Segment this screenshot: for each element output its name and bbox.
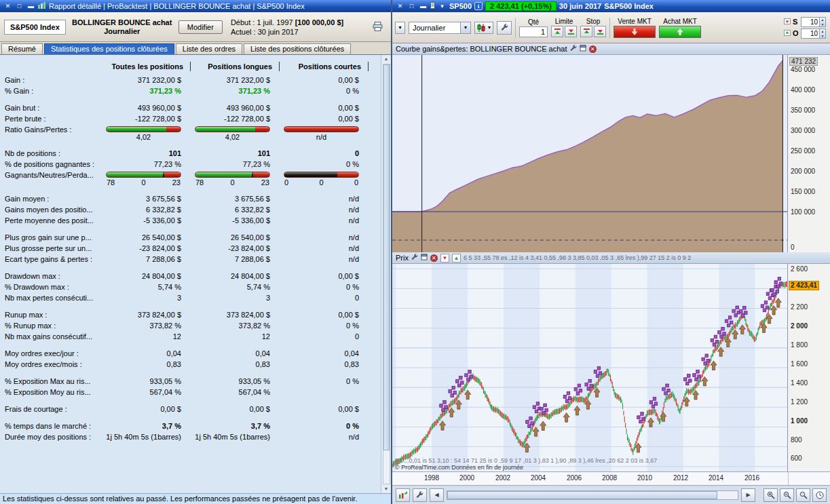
stop-distance-input[interactable] <box>801 18 819 26</box>
stop-distance-stepper[interactable]: ▲▼ <box>801 17 826 27</box>
stat-value-long: 5,74 % <box>191 282 280 292</box>
stat-value-short: 0 <box>280 331 369 342</box>
table-scrollbar[interactable]: ▲ ▼ <box>381 55 391 493</box>
scroll-down-icon[interactable]: ▼ <box>384 485 389 493</box>
stat-value-short: n/d <box>280 215 369 226</box>
wrench-icon[interactable] <box>497 21 512 35</box>
stat-value-all: 373 824,00 $ <box>102 309 191 320</box>
stat-row: Nb max gains consécutif... 12 12 0 <box>0 331 381 342</box>
quick-trade-icon[interactable] <box>396 488 410 502</box>
chevron-down-icon[interactable]: ▾ <box>395 22 405 34</box>
price-chart[interactable]: PO...0,01 is 51 3,10 : 54 14 71 25 is 0 … <box>392 264 788 471</box>
symbol[interactable]: SP500 <box>449 2 472 10</box>
detach-icon[interactable] <box>421 254 428 262</box>
objective-distance-stepper[interactable]: ▲▼ <box>801 28 826 39</box>
quote-date: 30 juin 2017 <box>559 2 601 10</box>
stat-row: Drawdown max : 24 804,00 $ 24 804,00 $ 0… <box>0 271 381 282</box>
close-panel-icon[interactable]: ✕ <box>589 45 597 53</box>
stat-value-long: 1j 5h 40m 5s (1barres) <box>191 431 280 442</box>
stat-row: % Exposition Max au ris... 933,05 % 933,… <box>0 376 381 387</box>
scroll-left-icon[interactable]: ◀ <box>430 488 444 502</box>
phone-icon[interactable] <box>430 1 435 11</box>
detach-icon[interactable] <box>580 45 586 53</box>
indicator-values: PO...0,01 is 51 3,10 : 54 14 71 25 is 0 … <box>395 457 786 464</box>
tab-closed-positions[interactable]: Liste des positions clôturées <box>244 43 351 54</box>
stats-header-spacer <box>0 62 102 71</box>
sell-stop-button[interactable] <box>594 26 606 37</box>
stat-row: Durée moy des positions : 1j 5h 40m 5s (… <box>0 431 381 442</box>
chart-window: ✕ □ ▬ ▾ SP500 i 2 423,41 (+0,15%) 30 jui… <box>392 0 830 504</box>
scrollbar-thumb[interactable] <box>383 64 390 450</box>
info-icon[interactable]: i <box>474 2 483 10</box>
stat-value-long: 7 288,06 $ <box>191 254 280 265</box>
stat-value-all: 567,04 % <box>102 387 191 398</box>
timeframe-select[interactable]: Journalier ▾ <box>409 22 471 34</box>
x-axis-label: 2000 <box>457 474 477 482</box>
price-y-axis: 2 600 2 423,41 2 200 2 000 1 800 1 600 1… <box>788 264 830 471</box>
close-icon[interactable]: ✕ <box>3 2 12 11</box>
close-panel-icon[interactable]: ✕ <box>430 254 438 262</box>
sell-limit-button[interactable] <box>565 26 577 37</box>
report-titlebar: ✕ □ ▬ Rapport détaillé | ProBacktest | B… <box>0 0 391 12</box>
stat-value-all: 1j 5h 40m 5s (1barres) <box>102 431 191 442</box>
printer-icon[interactable] <box>373 22 383 33</box>
stat-value-short: 0,00 $ <box>280 309 369 320</box>
stat-row: Gain moyen : 3 675,56 $ 3 675,56 $ n/d <box>0 193 381 204</box>
stat-value-short: 0 <box>280 292 369 303</box>
stat-label: Gain : <box>0 75 102 85</box>
maximize-icon[interactable]: □ <box>15 2 24 11</box>
stop-distance-label: S <box>793 18 799 26</box>
qty-input[interactable] <box>519 26 548 37</box>
equity-chart[interactable] <box>392 55 788 252</box>
copyright: © ProRealTime.com Données en fin de jour… <box>395 464 523 471</box>
scroll-up-icon[interactable]: ▲ <box>384 55 389 63</box>
chart-style-button[interactable]: ▾ <box>474 22 493 34</box>
scroll-right-icon[interactable]: ▶ <box>741 488 755 502</box>
buy-limit-button[interactable] <box>551 26 563 37</box>
wrench-icon[interactable] <box>411 254 418 262</box>
stat-label: Gain moyen : <box>0 193 102 204</box>
stat-value-all: 3 <box>102 292 191 303</box>
price-panel: PO...0,01 is 51 3,10 : 54 14 71 25 is 0 … <box>392 264 830 471</box>
stat-value-all: 7 288,06 $ <box>102 254 191 265</box>
zoom-reset-icon[interactable] <box>796 488 810 502</box>
scrollbar-thumb[interactable] <box>447 491 717 499</box>
stat-value-long: -5 336,00 $ <box>191 215 280 226</box>
stat-value-short: 0,00 $ <box>280 404 369 414</box>
wrench-icon[interactable] <box>570 45 577 53</box>
h-scrollbar[interactable] <box>447 490 738 500</box>
chart-settings-icon[interactable] <box>413 488 427 502</box>
chevron-down-icon[interactable]: ▾ <box>438 2 447 11</box>
tab-orders[interactable]: Liste des ordres <box>176 43 242 54</box>
stat-label: Frais de courtage : <box>0 404 102 414</box>
zoom-in-icon[interactable] <box>763 488 778 502</box>
tab-stats[interactable]: Statistiques des positions clôturées <box>44 43 174 54</box>
objective-distance-input[interactable] <box>801 29 819 38</box>
objective-level-icon <box>784 29 791 37</box>
stat-label: % Runup max : <box>0 320 102 331</box>
stat-value-long: 373,82 % <box>191 320 280 331</box>
stat-row: Nb max pertes consécuti... 3 3 0 <box>0 292 381 303</box>
minimize-icon[interactable]: ▬ <box>26 2 35 11</box>
current-label: Actuel : <box>231 28 256 36</box>
stats-rows-group: Gain : 371 232,00 $ 371 232,00 $ 0,00 $ … <box>0 75 381 124</box>
move-down-icon[interactable]: ▼ <box>440 254 449 263</box>
buy-stop-button[interactable] <box>580 26 592 37</box>
modify-button[interactable]: Modifier <box>178 20 223 34</box>
zoom-out-icon[interactable] <box>780 488 794 502</box>
move-up-icon[interactable]: ▲ <box>452 254 461 263</box>
stat-label: % Exposition Moy au ris... <box>0 387 102 398</box>
tab-resume[interactable]: Résumé <box>1 43 43 54</box>
clock-icon[interactable] <box>812 488 827 502</box>
close-icon[interactable]: ✕ <box>396 2 404 11</box>
maximize-icon[interactable]: □ <box>407 2 416 11</box>
buy-market-button[interactable] <box>659 26 701 38</box>
sell-market-button[interactable] <box>614 26 656 38</box>
disclaimer: Les statistiques ci-dessus sont relative… <box>0 493 391 504</box>
axis-label: 2 200 <box>791 303 808 311</box>
equity-panel-title: Courbe gains&pertes: BOLLINGER BOUNCE ac… <box>396 45 567 53</box>
stats-area: Toutes les positions Positions longues P… <box>0 55 391 493</box>
winners-bar-short: 000 <box>280 170 369 187</box>
minimize-icon[interactable]: ▬ <box>419 2 428 11</box>
equity-panel-header: Courbe gains&pertes: BOLLINGER BOUNCE ac… <box>392 43 830 55</box>
